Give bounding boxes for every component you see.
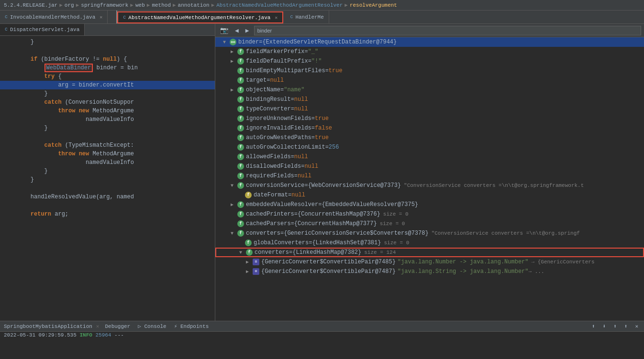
sort-button[interactable]: ⬆ [611, 323, 619, 330]
breadcrumb-sep: ▶ [59, 2, 63, 8]
tree-item[interactable]: ▶ f autoGrowNestedPaths = true [215, 133, 644, 142]
tab-dispatcher-servlet[interactable]: c DispatcherServlet.java [0, 24, 85, 35]
debugger-toolbar: 📷 ◀ ▶ [215, 24, 644, 37]
variable-icon: f [237, 125, 244, 131]
code-editor-pane: c DispatcherServlet.java } if (binderFac… [0, 24, 215, 321]
variable-icon: f [237, 106, 244, 112]
breadcrumb-item: springframework [81, 2, 128, 8]
action-up-button[interactable]: ⬆ [622, 323, 630, 330]
var-value: "name" [284, 87, 304, 93]
tree-item[interactable]: ▶ f ignoreUnknownFields = true [215, 114, 644, 123]
variable-icon: f [237, 134, 244, 141]
code-line: handleResolvedValue(arg, named [0, 193, 215, 201]
variable-icon: f [237, 173, 244, 179]
tab-abstract-named-value[interactable]: c AbstractNamedValueMethodArgumentResolv… [117, 11, 283, 23]
close-icon[interactable]: ✕ [275, 15, 278, 21]
var-value: "_" [308, 48, 319, 55]
tab-invocable-handler[interactable]: c InvocableHandlerMethod.java ✕ [0, 11, 108, 23]
tab-label: DispatcherServlet.java [10, 27, 79, 33]
line-text: } [17, 176, 213, 183]
tree-item[interactable]: ▶ f fieldDefaultPrefix = "!" [215, 56, 644, 66]
var-value: {WebConversionService@7373} [308, 182, 401, 189]
tree-item[interactable]: ▶ f disallowedFields = null [215, 162, 644, 171]
code-line: catch (TypeMismatchExcept: [0, 141, 215, 150]
close-icon[interactable]: ✕ [100, 14, 102, 20]
tree-item[interactable]: ▶ f allowedFields = null [215, 152, 644, 162]
tab-handler-method[interactable]: c HandlerMe [285, 11, 329, 23]
tab-label: AbstractNamedValueMethodArgumentResolver… [128, 15, 270, 21]
tree-item[interactable]: ▶ f dateFormat = null [215, 190, 644, 200]
var-value: {ConcurrentHashMap@7376} [298, 211, 380, 218]
variable-search-input[interactable] [254, 26, 641, 35]
tree-item[interactable]: ▼ f converters = {GenericConversionServi… [215, 228, 644, 238]
var-eq: = [325, 144, 329, 151]
scroll-down-button[interactable]: ⬇ [601, 323, 608, 330]
tree-root-binder[interactable]: ▼ oo binder = {ExtendedServletRequestDat… [215, 37, 644, 47]
expand-arrow[interactable]: ▼ [231, 231, 237, 236]
forward-button[interactable]: ▶ [244, 26, 251, 35]
line-text: try { [17, 73, 213, 80]
expand-arrow[interactable]: ▶ [246, 259, 253, 265]
tree-item[interactable]: ▶ f bindingResult = null [215, 95, 644, 104]
tree-item[interactable]: ▶ f globalConverters = {LinkedHashSet@73… [215, 238, 644, 248]
tree-item[interactable]: ▶ f embeddedValueResolver = {EmbeddedVal… [215, 200, 644, 209]
tree-item[interactable]: ▶ f bindEmptyMultipartFiles = true [215, 66, 644, 76]
tab-debugger[interactable]: Debugger [103, 323, 132, 330]
var-eq: = [288, 192, 291, 198]
var-name: cachedPrinters [246, 211, 294, 218]
line-text: handleResolvedValue(arg, named [17, 194, 213, 200]
line-text: namedValueInfo [17, 159, 213, 166]
var-name: typeConverter [246, 106, 291, 112]
var-extra: "java.lang.Number -> java.lang.Number" [398, 259, 529, 265]
tree-item[interactable]: ▶ ≡ {GenericConverter$ConvertiblePair@74… [215, 257, 644, 267]
java-icon: c [5, 27, 8, 32]
tree-item[interactable]: ▶ f cachedParsers = {ConcurrentHashMap@7… [215, 219, 644, 228]
tree-item[interactable]: ▶ f requiredFields = null [215, 171, 644, 181]
code-line [0, 132, 215, 141]
tab-endpoints[interactable]: ⚡ Endpoints [172, 323, 211, 330]
expand-arrow[interactable]: ▶ [231, 202, 237, 207]
expand-arrow[interactable]: ▶ [231, 49, 237, 54]
var-value: {LinkedHashSet@7381} [312, 239, 381, 246]
scroll-up-button[interactable]: ⬆ [590, 323, 597, 330]
var-name: allowedFields [246, 153, 291, 160]
var-name: autoGrowCollectionLimit [246, 144, 325, 151]
tree-item[interactable]: ▶ f cachedPrinters = {ConcurrentHashMap@… [215, 209, 644, 219]
breadcrumb-sep: ▶ [211, 2, 215, 8]
expand-arrow[interactable]: ▼ [223, 40, 230, 45]
tree-item[interactable]: ▶ f typeConverter = null [215, 104, 644, 114]
expand-arrow[interactable]: ▶ [231, 58, 237, 64]
back-button[interactable]: ◀ [233, 26, 241, 35]
tree-item-converters-highlighted[interactable]: ▼ f converters = {LinkedHashMap@7382} si… [215, 248, 644, 257]
variable-icon: f [237, 163, 244, 170]
variable-icon: f [237, 58, 244, 65]
expand-arrow[interactable]: ▼ [239, 250, 246, 255]
var-extra: size = 124 [364, 250, 396, 255]
tree-item[interactable]: ▶ f fieldMarkerPrefix = "_" [215, 47, 644, 56]
photo-icon[interactable]: 📷 [218, 25, 230, 35]
var-eq: = [311, 115, 315, 122]
line-text [17, 47, 213, 54]
code-line [0, 201, 215, 210]
tree-item[interactable]: ▶ f autoGrowCollectionLimit = 256 [215, 142, 644, 152]
code-line: } [0, 167, 215, 175]
close-button[interactable]: ✕ [633, 323, 640, 330]
app-name-label: SpringbootMybatisApplication [4, 324, 92, 329]
var-eq: = [304, 48, 308, 55]
breadcrumb-sep: ▶ [147, 2, 150, 8]
tab-console[interactable]: ▷ Console [136, 323, 168, 330]
line-text: throw new MethodArgume [17, 151, 213, 157]
expand-arrow[interactable]: ▶ [246, 269, 253, 274]
tree-item[interactable]: ▼ f conversionService = {WebConversionSe… [215, 181, 644, 190]
expand-arrow[interactable]: ▶ [231, 87, 237, 93]
tree-item[interactable]: ▶ ≡ {GenericConverter$ConvertiblePair@74… [215, 267, 644, 276]
var-extra: "ConversionService converters =\n\t@org.… [404, 183, 584, 188]
expand-arrow[interactable]: ▼ [231, 183, 237, 188]
tree-item[interactable]: ▶ f target = null [215, 76, 644, 85]
var-value: {GenericConverter$ConvertiblePair@7485} [261, 259, 396, 265]
var-value: null [291, 192, 305, 198]
tree-item[interactable]: ▶ f objectName = "name" [215, 85, 644, 95]
var-name: disallowedFields [246, 163, 301, 170]
variable-icon: f [237, 87, 244, 93]
tree-item[interactable]: ▶ f ignoreInvalidFields = false [215, 123, 644, 133]
